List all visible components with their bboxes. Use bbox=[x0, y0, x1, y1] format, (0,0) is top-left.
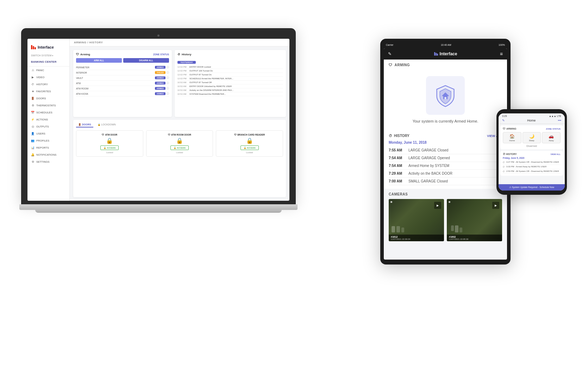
phone-notification[interactable]: ⚠ System Update Required - Schedule Now bbox=[499, 184, 565, 191]
sidebar-item-notifications[interactable]: 🔔NOTIFICATIONS bbox=[27, 151, 69, 158]
camera-rec-icon: ⏺ bbox=[390, 200, 393, 204]
tablet-shield-icon: 🛡 bbox=[389, 63, 393, 67]
profiles-icon: 👥 bbox=[31, 139, 35, 142]
nav-label-settings: SETTINGS bbox=[36, 160, 50, 163]
branch-access-button[interactable]: 🔓 ACCESS bbox=[240, 145, 259, 150]
arming-hero: Your system is currently Armed Home. bbox=[384, 69, 507, 130]
tablet-header: ✎ Interface ≡ bbox=[384, 48, 507, 60]
nav-label-favorites: FAVORITES bbox=[36, 90, 51, 93]
sidebar-item-thermostats[interactable]: ⚙THERMOSTATS bbox=[27, 102, 69, 109]
sidebar-item-outputs[interactable]: ◎OUTPUTS bbox=[27, 123, 69, 130]
history-item: 10:52 AMENTRY DOOR Unlocked by REMOTE US… bbox=[177, 85, 283, 88]
history-icon: ⏱ bbox=[31, 82, 35, 86]
zone-row-perimeter: PERIMETER ARMED ⓘ bbox=[76, 65, 169, 70]
zone-row-vault: VAULT ARMED ⓘ bbox=[76, 75, 169, 81]
phone-hist-item-3: ⏱ 2:53 PM · All System Off - Disarmed by… bbox=[503, 169, 561, 174]
laptop-bezel: Interface SWITCH SYSTEM BANKING CENTER ⚠… bbox=[21, 28, 296, 204]
history-panel-title: ⏱ History bbox=[177, 53, 283, 56]
logo-text: Interface bbox=[38, 45, 54, 49]
outputs-icon: ◎ bbox=[31, 125, 35, 128]
tablet-history-item: 7:00 AMSMALL GARAGE Closed bbox=[389, 178, 502, 185]
camera-overlay-1: #1612 11/07/2021 22:39:04 bbox=[389, 235, 444, 241]
phone-sleep-button[interactable]: 🌙 Sleep bbox=[523, 132, 541, 143]
users-icon: 👤 bbox=[31, 132, 35, 135]
door-shield-icon-2: 🛡 bbox=[168, 133, 170, 136]
panic-icon: ⚠ bbox=[31, 68, 35, 72]
sidebar-item-favorites[interactable]: ★FAVORITES bbox=[27, 88, 69, 95]
svg-rect-2 bbox=[444, 97, 446, 99]
thermostats-icon: ⚙ bbox=[31, 104, 35, 107]
access-icon-2: 🔓 bbox=[174, 147, 176, 149]
sidebar-item-panic[interactable]: ⚠PANIC bbox=[27, 67, 69, 74]
phone-edit-icon[interactable]: ✎ bbox=[502, 119, 505, 122]
tab-lockdown[interactable]: 🔒 LOCKDOWN bbox=[95, 123, 118, 127]
sidebar-item-reports[interactable]: 📊REPORTS bbox=[27, 144, 69, 151]
tablet-history-header: ⏱ HISTORY VIEW ALL bbox=[389, 134, 502, 138]
phone-zone-status[interactable]: ZONE STATUS bbox=[546, 128, 561, 130]
sidebar-item-actions[interactable]: ⚡ACTIONS bbox=[27, 116, 69, 123]
tablet-edit-icon[interactable]: ✎ bbox=[388, 51, 392, 56]
tab-doors[interactable]: 🚪 DOORS bbox=[76, 123, 93, 127]
phone-home-button[interactable]: 🏠 Home bbox=[503, 132, 521, 143]
zone-status-link[interactable]: ZONE STATUS bbox=[153, 53, 169, 56]
tablet-history-item: 7:29 AMActivity on the BACK DOOR bbox=[389, 170, 502, 178]
phone-more-icon[interactable]: ••• bbox=[558, 119, 561, 122]
history-item: 12:02 PMOUTPUT 100 Turned On bbox=[177, 69, 283, 73]
tablet-history-title: ⏱ HISTORY bbox=[389, 134, 409, 138]
branch-door-status: Locked bbox=[246, 151, 253, 154]
schedules-icon: 📅 bbox=[31, 111, 35, 114]
phone-away-button[interactable]: 🚗 Away bbox=[542, 132, 561, 143]
disarm-all-button[interactable]: DISARM ALL bbox=[123, 58, 169, 63]
phone-arm-buttons: 🏠 Home 🌙 Sleep 🚗 Away bbox=[503, 132, 561, 143]
atm-door-access-button[interactable]: 🔓 ACCESS bbox=[100, 145, 119, 150]
arming-panel-title: 🛡 Arming ZONE STATUS bbox=[76, 53, 169, 56]
phone-hist-item-2: ⏱ 3:33 PM · Armed Away by REMOTE USER bbox=[503, 165, 561, 169]
tablet-arming-title: 🛡 ARMING bbox=[384, 60, 507, 69]
phone-device: 3:29 ▲▲▲ LTE ✎ Home ••• 🛡 ARMING ZONE ST… bbox=[496, 109, 567, 195]
sidebar-item-doors[interactable]: 🚪DOORS bbox=[27, 95, 69, 102]
sidebar-item-users[interactable]: 👤USERS bbox=[27, 130, 69, 137]
history-panel: ⏱ History YESTERDAY 12:02 PMENTRY DOOR L… bbox=[175, 50, 286, 117]
sidebar-item-history[interactable]: ⏱HISTORY bbox=[27, 81, 69, 88]
tablet-time: 10:40 AM bbox=[441, 44, 451, 46]
tablet-history-item: 7:54 AMArmed Home by SYSTEM bbox=[389, 162, 502, 170]
atm-room-access-button[interactable]: 🔓 ACCESS bbox=[170, 145, 189, 150]
laptop-screen: Interface SWITCH SYSTEM BANKING CENTER ⚠… bbox=[27, 39, 289, 201]
doors-panel: 🚪 DOORS 🔒 LOCKDOWN 🛡 ATM DOOR 🔒 🔓 ACCESS… bbox=[73, 120, 286, 197]
sidebar-item-schedules[interactable]: 📅SCHEDULES bbox=[27, 109, 69, 116]
door-shield-icon-3: 🛡 bbox=[234, 133, 237, 136]
sidebar-item-settings[interactable]: ⚙SETTINGS bbox=[27, 158, 69, 165]
laptop-foot bbox=[35, 210, 282, 213]
banking-center-label: BANKING CENTER bbox=[27, 59, 69, 67]
camera-overlay-2: #1602 11/07/2021 22:08:39 bbox=[447, 235, 502, 241]
logo-bar-2 bbox=[33, 46, 34, 49]
arming-status-text: Your system is currently Armed Home. bbox=[413, 119, 478, 123]
phone-history-date: Friday, June 5, 2020 bbox=[503, 157, 561, 159]
history-item: 10:52 AMSYSTEM Disarmed the PERIMETER... bbox=[177, 92, 283, 96]
switch-system[interactable]: SWITCH SYSTEM bbox=[27, 54, 69, 59]
history-item: 10:52 AMOUTPUT 87 Turned Off bbox=[177, 81, 283, 85]
camera-id-2: #1602 bbox=[449, 236, 500, 238]
zone-row-atm: ATM ARMED ⓘ bbox=[76, 81, 169, 86]
tablet-device: Carrier 10:40 AM 100% ✎ Interface ≡ bbox=[380, 39, 511, 265]
arm-all-button[interactable]: ARM ALL bbox=[76, 58, 122, 63]
nav-label-users: USERS bbox=[36, 132, 45, 135]
phone-bottom-spacer bbox=[499, 177, 565, 184]
atm-door-status: Locked bbox=[106, 151, 113, 154]
tablet-logo: Interface bbox=[434, 51, 457, 56]
laptop-device: Interface SWITCH SYSTEM BANKING CENTER ⚠… bbox=[21, 28, 296, 213]
logo-icon bbox=[31, 45, 36, 49]
history-clock-icon: ⏱ bbox=[177, 53, 180, 56]
sidebar-item-video[interactable]: ▶VIDEO bbox=[27, 74, 69, 81]
away-arm-icon: 🚗 bbox=[549, 134, 554, 139]
nav-label-actions: ACTIONS bbox=[36, 118, 48, 121]
camera-ts-1: 11/07/2021 22:39:04 bbox=[391, 238, 442, 240]
phone-view-all[interactable]: VIEW ALL bbox=[551, 153, 561, 155]
tablet-menu-icon[interactable]: ≡ bbox=[500, 51, 503, 57]
phone-hist-icon-2: ⏱ bbox=[503, 166, 505, 168]
sidebar-item-profiles[interactable]: 👥PROFILES bbox=[27, 137, 69, 144]
phone-screen: 3:29 ▲▲▲ LTE ✎ Home ••• 🛡 ARMING ZONE ST… bbox=[499, 113, 565, 191]
tablet-history-item: 7:54 AMLARGE GARAGE Opened bbox=[389, 154, 502, 162]
phone-history-title: ⏱ HISTORY bbox=[503, 153, 517, 155]
laptop-base bbox=[19, 204, 298, 210]
